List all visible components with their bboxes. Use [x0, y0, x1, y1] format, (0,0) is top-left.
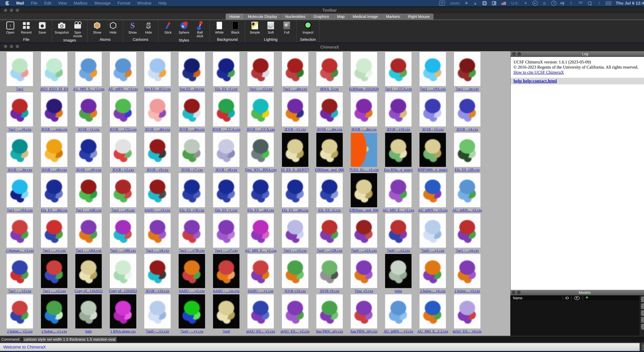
file-link[interactable]: ptAU_ES..._v1.cxs — [244, 329, 278, 334]
file-history-item[interactable]: 3Q1R - v4.cxs — [450, 92, 484, 132]
file-history-item[interactable]: Ef_ES_0...023[57] — [278, 133, 312, 172]
file-history-item[interactable]: 6ahr — [71, 294, 106, 334]
molecule-thumbnail[interactable] — [282, 133, 308, 167]
file-link[interactable]: 2 Human..._v3.cxs — [2, 248, 37, 253]
toolbar-button-background-black[interactable]: Black — [229, 21, 242, 37]
molecule-thumbnail[interactable] — [144, 294, 171, 329]
file-link[interactable]: 7uo1 - ...der.cxs — [278, 87, 312, 91]
menubar-item-window[interactable]: Window — [137, 1, 151, 5]
molecule-thumbnail[interactable] — [110, 173, 136, 207]
molecule-thumbnail[interactable] — [144, 173, 171, 207]
molecule-thumbnail[interactable] — [282, 213, 308, 248]
molecule-thumbnail[interactable] — [6, 92, 33, 127]
file-history-item[interactable]: 6AHU - ...v1.cxs — [244, 254, 278, 293]
file-history-item[interactable]: 2 holoe..._v1.cxs — [37, 294, 71, 334]
file-history-item[interactable]: tRNA_5.cxs — [312, 52, 347, 91]
file-link[interactable]: 6AHU - ...css.cxs — [209, 289, 244, 293]
molecule-thumbnail[interactable] — [420, 133, 446, 167]
file-history-item[interactable]: AU_MH_E..._v2.cxs — [381, 173, 416, 212]
file-link[interactable]: Tma_3Q1...RNA.cxs — [244, 168, 278, 172]
molecule-thumbnail[interactable] — [75, 133, 102, 167]
wifi-icon[interactable] — [578, 1, 583, 5]
file-history-item[interactable]: 6AHU - ...css.cxs — [209, 254, 244, 293]
file-link[interactable]: 6AHU - ...v1.cxs — [244, 289, 278, 293]
molecule-thumbnail[interactable] — [248, 52, 274, 86]
file-history-item[interactable]: 3Q1R - ...CCA.cxs — [244, 92, 278, 132]
file-link[interactable]: 7uo1 - ...v9A.cxs — [416, 87, 450, 91]
file-link[interactable]: Sau PRN...nly.cxs — [347, 329, 381, 334]
moon-icon[interactable]: ☽ — [597, 1, 600, 5]
menubar-item-help[interactable]: Help — [158, 1, 166, 5]
molecule-thumbnail[interactable] — [248, 173, 274, 207]
panel-controls[interactable]: ×▫ — [512, 291, 520, 294]
molecule-thumbnail[interactable] — [282, 294, 308, 329]
molecule-thumbnail[interactable] — [351, 213, 377, 248]
file-history-item[interactable]: Sau ES-...812.cxs — [140, 52, 175, 91]
file-history-item[interactable]: 3Q1R - ...der.cxs — [140, 92, 175, 132]
file-history-item[interactable]: 7uo1 - ...v8B.cxs — [106, 213, 140, 253]
tab-markers[interactable]: Markers — [382, 13, 404, 19]
clock-icon[interactable] — [551, 1, 556, 6]
file-link[interactable]: 2 holoe..._v1.cxs — [37, 329, 71, 334]
molecule-thumbnail[interactable] — [41, 173, 67, 207]
file-link[interactable]: 3Q1R - ...CCA.cxs — [209, 127, 244, 132]
file-link[interactable]: Sau ES ...lor.cxs — [175, 87, 209, 91]
menubar-item-message[interactable]: Message — [94, 1, 111, 5]
file-link[interactable]: 7uo1 - ...v9A.cxs — [2, 208, 37, 212]
molecule-thumbnail[interactable] — [213, 294, 240, 329]
file-history-item[interactable]: AU_ptRN..._v3.cxs — [381, 294, 416, 334]
toolbar-button-background-white[interactable]: White — [213, 21, 226, 37]
menubar-app-name[interactable]: Mail — [16, 1, 24, 5]
file-history-item[interactable]: Eco RNa...g_pose1 — [381, 133, 416, 172]
file-history-item[interactable]: 3Q1R - v10.cxs — [381, 92, 416, 132]
file-history-item[interactable]: AU_ptRN..._v2.cxs — [450, 173, 484, 212]
molecule-thumbnail[interactable] — [454, 213, 480, 248]
file-link[interactable]: 3Q1R - v7.cxs — [175, 168, 209, 172]
molecule-thumbnail[interactable] — [179, 294, 205, 329]
file-link[interactable]: 7uo1 - ...v8B.cxs — [106, 248, 140, 253]
file-history-item[interactable]: 3Q1R - v9.cxs — [140, 133, 175, 172]
file-history-item[interactable]: 3Q1R - ...der.cxs — [347, 92, 381, 132]
file-link[interactable]: AU_ptRN..._v2.cxs — [450, 208, 484, 212]
file-history-item[interactable]: 3Q1R v10.cxs — [278, 254, 312, 293]
file-history-item[interactable]: EfRNase...ned_006 — [312, 133, 347, 172]
file-history-item[interactable]: 3Q1R - ...oop.cxs — [37, 92, 71, 132]
select-mode-button[interactable] — [642, 344, 644, 351]
file-history-item[interactable]: AU_MH_S..._v2.cxs — [71, 52, 106, 91]
toolbar-button-cartoons-hide[interactable]: SHide — [142, 21, 155, 37]
molecule-thumbnail[interactable] — [75, 294, 102, 329]
file-link[interactable]: 7uo1 - ...v6B.cxs — [71, 208, 106, 212]
file-link[interactable]: tRNA_5.cxs — [312, 87, 347, 91]
file-link[interactable]: Ef_ES_0...023[57] — [278, 168, 312, 172]
file-link[interactable]: Efa_ES_...del.cxs — [37, 208, 71, 212]
molecule-thumbnail[interactable] — [75, 52, 102, 86]
file-history-item[interactable]: Efa_ES_...del.cxs — [244, 173, 278, 212]
file-history-item[interactable]: 3Q1R - v10.cxs — [140, 254, 175, 293]
toolbar-button-atoms-show[interactable]: Show — [91, 21, 103, 37]
molecule-thumbnail[interactable] — [6, 133, 33, 167]
molecule-thumbnail[interactable] — [454, 254, 480, 288]
molecule-thumbnail[interactable] — [6, 52, 33, 86]
us-flag-icon[interactable] — [502, 2, 506, 5]
file-link[interactable]: 7uo1 - ...v1.cxs — [37, 248, 71, 253]
file-link[interactable]: Sau ES-...812.cxs — [140, 87, 175, 91]
file-link[interactable]: 3Q1R - v5.cxs — [416, 127, 450, 132]
dock-icon[interactable] — [492, 1, 496, 5]
molecule-thumbnail[interactable] — [351, 294, 377, 329]
file-history-item[interactable]: Efa_ES_r2.cxs — [312, 173, 347, 212]
file-link[interactable]: 7uo0 — [209, 329, 244, 334]
file-history-item[interactable]: 7uo1 - ...v2.cxs — [37, 254, 71, 293]
molecule-thumbnail[interactable] — [75, 173, 102, 207]
file-link[interactable]: 7uo1 - ...v7.cxs — [209, 248, 244, 253]
molecule-thumbnail[interactable] — [179, 213, 205, 248]
file-link[interactable]: 7uo1 - ...v2.cxs — [244, 87, 278, 91]
file-history-item[interactable]: Copy of...1262022 — [71, 254, 106, 293]
cite-link[interactable]: How to cite UCSF ChimeraX — [514, 70, 564, 75]
file-link[interactable]: AU_ptRN..._v3.cxs — [416, 208, 450, 212]
file-link[interactable]: 3Q1R - ...der.cxs — [175, 127, 209, 132]
photos-icon[interactable] — [482, 1, 487, 5]
control-center-icon[interactable] — [606, 1, 611, 5]
file-link[interactable]: 6ahr — [71, 329, 106, 334]
molecule-thumbnail[interactable] — [179, 173, 205, 207]
file-link[interactable]: 3Q1R - ...CCA.cxs — [244, 127, 278, 132]
